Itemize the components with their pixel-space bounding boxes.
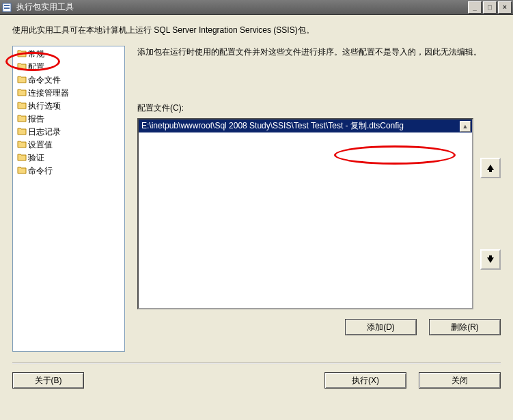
main-area: 常规配置命令文件连接管理器执行选项报告日志记录设置值验证命令行 添加包在运行时使… — [12, 46, 501, 352]
move-up-button[interactable] — [480, 158, 501, 178]
tree-item-5[interactable]: 报告 — [14, 113, 123, 126]
reorder-buttons — [480, 118, 501, 309]
folder-icon — [17, 48, 28, 60]
config-files-listbox[interactable]: E:\inetpub\wwwroot\Sql 2008 Study\SSIS\T… — [137, 118, 473, 309]
tree-item-label: 连接管理器 — [28, 87, 69, 99]
folder-icon — [17, 139, 28, 151]
tree-item-7[interactable]: 设置值 — [14, 139, 123, 152]
config-files-label: 配置文件(C): — [137, 102, 501, 114]
folder-icon — [17, 152, 28, 164]
window-title: 执行包实用工具 — [16, 1, 467, 13]
tree-item-6[interactable]: 日志记录 — [14, 126, 123, 139]
tree-item-0[interactable]: 常规 — [14, 48, 123, 61]
add-button[interactable]: 添加(D) — [345, 319, 417, 335]
svg-rect-1 — [4, 5, 10, 6]
tree-item-label: 命令文件 — [28, 74, 61, 86]
listbox-area: E:\inetpub\wwwroot\Sql 2008 Study\SSIS\T… — [137, 118, 501, 309]
tree-item-label: 报告 — [28, 113, 44, 125]
tree-item-1[interactable]: 配置 — [14, 61, 123, 74]
close-dialog-button[interactable]: 关闭 — [419, 372, 501, 389]
folder-icon — [17, 126, 28, 138]
remove-button[interactable]: 删除(R) — [429, 319, 501, 335]
right-pane: 添加包在运行时使用的配置文件并对这些文件进行排序。这些配置不是导入的，因此无法编… — [137, 46, 501, 352]
about-button[interactable]: 关于(B) — [12, 372, 84, 389]
footer-buttons: 关于(B) 执行(X) 关闭 — [12, 372, 501, 389]
config-file-item[interactable]: E:\inetpub\wwwroot\Sql 2008 Study\SSIS\T… — [139, 120, 472, 132]
tree-item-3[interactable]: 连接管理器 — [14, 87, 123, 100]
tree-item-4[interactable]: 执行选项 — [14, 100, 123, 113]
tree-item-label: 日志记录 — [28, 126, 61, 138]
nav-tree[interactable]: 常规配置命令文件连接管理器执行选项报告日志记录设置值验证命令行 — [12, 46, 125, 352]
tree-item-label: 常规 — [28, 48, 44, 60]
tree-item-9[interactable]: 命令行 — [14, 165, 123, 178]
move-down-button[interactable] — [480, 249, 501, 270]
close-button[interactable]: × — [498, 1, 512, 14]
folder-icon — [17, 100, 28, 112]
maximize-button[interactable]: □ — [483, 1, 497, 14]
tree-item-8[interactable]: 验证 — [14, 152, 123, 165]
tree-item-label: 配置 — [28, 61, 44, 73]
folder-icon — [17, 61, 28, 73]
dialog-content: 使用此实用工具可在本地计算机上运行 SQL Server Integration… — [0, 15, 513, 420]
tree-item-label: 执行选项 — [28, 100, 61, 112]
window-controls: _ □ × — [467, 1, 512, 14]
execute-button[interactable]: 执行(X) — [324, 372, 406, 389]
app-icon — [1, 2, 12, 13]
listbox-buttons: 添加(D) 删除(R) — [137, 319, 501, 335]
page-description: 添加包在运行时使用的配置文件并对这些文件进行排序。这些配置不是导入的，因此无法编… — [137, 46, 501, 59]
tree-item-label: 命令行 — [28, 165, 53, 177]
folder-icon — [17, 87, 28, 99]
folder-icon — [17, 74, 28, 86]
svg-rect-2 — [4, 8, 10, 9]
tree-item-label: 验证 — [28, 152, 44, 164]
folder-icon — [17, 165, 28, 177]
divider — [12, 363, 501, 364]
folder-icon — [17, 113, 28, 125]
tree-item-label: 设置值 — [28, 139, 53, 151]
scrollbar-up[interactable]: ▲ — [460, 121, 471, 132]
titlebar: 执行包实用工具 _ □ × — [0, 0, 513, 15]
minimize-button[interactable]: _ — [468, 1, 482, 14]
tree-item-2[interactable]: 命令文件 — [14, 74, 123, 87]
dialog-description: 使用此实用工具可在本地计算机上运行 SQL Server Integration… — [12, 25, 501, 36]
